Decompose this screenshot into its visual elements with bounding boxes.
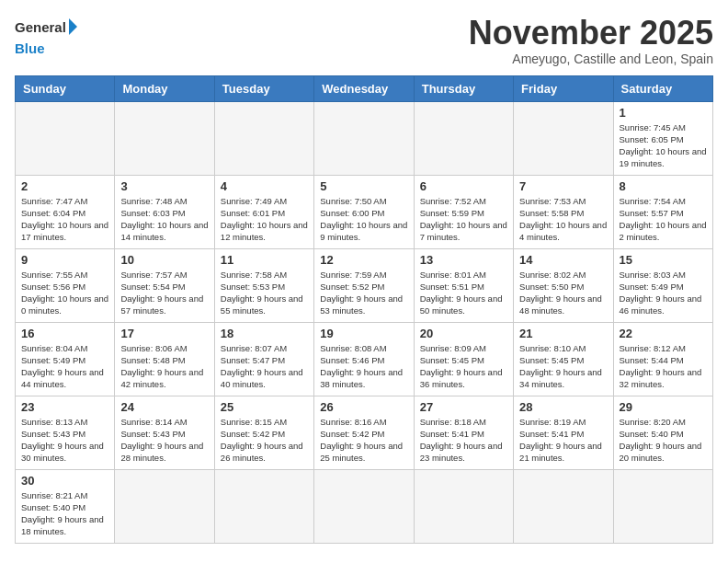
day-info: Sunrise: 8:03 AM Sunset: 5:49 PM Dayligh…	[620, 269, 707, 317]
calendar-cell: 18Sunrise: 8:07 AM Sunset: 5:47 PM Dayli…	[214, 322, 313, 396]
day-number: 6	[420, 179, 507, 193]
day-number: 24	[120, 400, 208, 414]
calendar-cell	[514, 101, 613, 175]
col-header-friday: Friday	[514, 75, 613, 101]
col-header-saturday: Saturday	[613, 75, 712, 101]
day-info: Sunrise: 8:10 AM Sunset: 5:45 PM Dayligh…	[519, 342, 607, 391]
calendar-cell	[214, 101, 313, 175]
day-number: 2	[21, 179, 108, 193]
day-info: Sunrise: 8:08 AM Sunset: 5:46 PM Dayligh…	[320, 342, 407, 391]
day-info: Sunrise: 7:48 AM Sunset: 6:03 PM Dayligh…	[120, 195, 208, 244]
day-info: Sunrise: 8:07 AM Sunset: 5:47 PM Dayligh…	[221, 342, 308, 391]
day-number: 23	[21, 400, 108, 414]
day-info: Sunrise: 8:12 AM Sunset: 5:44 PM Dayligh…	[620, 342, 707, 391]
day-number: 16	[21, 327, 108, 340]
day-info: Sunrise: 8:09 AM Sunset: 5:45 PM Dayligh…	[420, 342, 507, 391]
day-number: 14	[519, 253, 607, 267]
calendar-cell	[314, 101, 414, 175]
day-info: Sunrise: 8:14 AM Sunset: 5:43 PM Dayligh…	[120, 416, 208, 465]
logo: General Blue	[15, 18, 77, 56]
day-info: Sunrise: 8:18 AM Sunset: 5:41 PM Dayligh…	[420, 416, 507, 465]
week-row-1: 1Sunrise: 7:45 AM Sunset: 6:05 PM Daylig…	[16, 101, 713, 175]
day-info: Sunrise: 8:02 AM Sunset: 5:50 PM Dayligh…	[519, 269, 607, 317]
week-row-5: 23Sunrise: 8:13 AM Sunset: 5:43 PM Dayli…	[16, 396, 713, 469]
calendar-cell: 25Sunrise: 8:15 AM Sunset: 5:42 PM Dayli…	[214, 396, 313, 469]
logo-blue-text: Blue	[15, 40, 45, 56]
week-row-6: 30Sunrise: 8:21 AM Sunset: 5:40 PM Dayli…	[16, 469, 713, 543]
calendar-cell: 9Sunrise: 7:55 AM Sunset: 5:56 PM Daylig…	[16, 248, 115, 322]
day-number: 10	[120, 253, 208, 267]
day-number: 26	[320, 400, 407, 414]
day-number: 25	[221, 400, 308, 414]
calendar-cell: 29Sunrise: 8:20 AM Sunset: 5:40 PM Dayli…	[613, 396, 712, 469]
day-info: Sunrise: 7:53 AM Sunset: 5:58 PM Dayligh…	[519, 195, 607, 244]
month-title: November 2025	[469, 15, 713, 52]
day-number: 13	[420, 253, 507, 267]
day-info: Sunrise: 8:06 AM Sunset: 5:48 PM Dayligh…	[120, 342, 208, 391]
day-number: 21	[519, 327, 607, 340]
calendar-cell: 2Sunrise: 7:47 AM Sunset: 6:04 PM Daylig…	[16, 175, 115, 248]
calendar-cell: 15Sunrise: 8:03 AM Sunset: 5:49 PM Dayli…	[613, 248, 712, 322]
logo-brand: General	[15, 18, 77, 37]
day-info: Sunrise: 7:45 AM Sunset: 6:05 PM Dayligh…	[620, 121, 707, 170]
day-info: Sunrise: 8:15 AM Sunset: 5:42 PM Dayligh…	[221, 416, 308, 465]
calendar-cell: 13Sunrise: 8:01 AM Sunset: 5:51 PM Dayli…	[414, 248, 513, 322]
day-number: 9	[21, 253, 108, 267]
week-row-2: 2Sunrise: 7:47 AM Sunset: 6:04 PM Daylig…	[16, 175, 713, 248]
calendar-cell: 8Sunrise: 7:54 AM Sunset: 5:57 PM Daylig…	[613, 175, 712, 248]
day-number: 19	[320, 327, 407, 340]
calendar-cell	[214, 469, 313, 543]
day-number: 22	[620, 327, 707, 340]
day-number: 3	[120, 179, 208, 193]
day-info: Sunrise: 8:13 AM Sunset: 5:43 PM Dayligh…	[21, 416, 108, 465]
day-number: 8	[620, 179, 707, 193]
day-info: Sunrise: 7:52 AM Sunset: 5:59 PM Dayligh…	[420, 195, 507, 244]
day-number: 29	[620, 400, 707, 414]
col-header-wednesday: Wednesday	[314, 75, 414, 101]
col-header-monday: Monday	[115, 75, 214, 101]
calendar-cell: 16Sunrise: 8:04 AM Sunset: 5:49 PM Dayli…	[16, 322, 115, 396]
day-number: 28	[519, 400, 607, 414]
col-header-thursday: Thursday	[414, 75, 513, 101]
calendar-cell	[115, 469, 214, 543]
calendar-cell	[414, 469, 513, 543]
calendar-cell: 7Sunrise: 7:53 AM Sunset: 5:58 PM Daylig…	[514, 175, 613, 248]
calendar-cell: 19Sunrise: 8:08 AM Sunset: 5:46 PM Dayli…	[314, 322, 414, 396]
calendar-cell: 6Sunrise: 7:52 AM Sunset: 5:59 PM Daylig…	[414, 175, 513, 248]
calendar-cell	[414, 101, 513, 175]
calendar-cell: 22Sunrise: 8:12 AM Sunset: 5:44 PM Dayli…	[613, 322, 712, 396]
day-info: Sunrise: 8:04 AM Sunset: 5:49 PM Dayligh…	[21, 342, 108, 391]
calendar-cell: 1Sunrise: 7:45 AM Sunset: 6:05 PM Daylig…	[613, 101, 712, 175]
day-number: 27	[420, 400, 507, 414]
calendar-cell: 26Sunrise: 8:16 AM Sunset: 5:42 PM Dayli…	[314, 396, 414, 469]
title-area: November 2025 Ameyugo, Castille and Leon…	[469, 15, 713, 66]
day-info: Sunrise: 7:59 AM Sunset: 5:52 PM Dayligh…	[320, 269, 407, 317]
day-info: Sunrise: 8:16 AM Sunset: 5:42 PM Dayligh…	[320, 416, 407, 465]
calendar-cell	[115, 101, 214, 175]
day-info: Sunrise: 7:54 AM Sunset: 5:57 PM Dayligh…	[620, 195, 707, 244]
calendar-cell: 24Sunrise: 8:14 AM Sunset: 5:43 PM Dayli…	[115, 396, 214, 469]
day-number: 18	[221, 327, 308, 340]
calendar-cell: 3Sunrise: 7:48 AM Sunset: 6:03 PM Daylig…	[115, 175, 214, 248]
calendar-cell: 21Sunrise: 8:10 AM Sunset: 5:45 PM Dayli…	[514, 322, 613, 396]
calendar-cell	[514, 469, 613, 543]
week-row-4: 16Sunrise: 8:04 AM Sunset: 5:49 PM Dayli…	[16, 322, 713, 396]
calendar-cell: 4Sunrise: 7:49 AM Sunset: 6:01 PM Daylig…	[214, 175, 313, 248]
calendar-cell: 27Sunrise: 8:18 AM Sunset: 5:41 PM Dayli…	[414, 396, 513, 469]
calendar-cell: 30Sunrise: 8:21 AM Sunset: 5:40 PM Dayli…	[16, 469, 115, 543]
day-info: Sunrise: 7:47 AM Sunset: 6:04 PM Dayligh…	[21, 195, 108, 244]
calendar-cell	[314, 469, 414, 543]
col-header-tuesday: Tuesday	[214, 75, 313, 101]
day-info: Sunrise: 7:57 AM Sunset: 5:54 PM Dayligh…	[120, 269, 208, 317]
day-number: 20	[420, 327, 507, 340]
calendar-cell: 12Sunrise: 7:59 AM Sunset: 5:52 PM Dayli…	[314, 248, 414, 322]
calendar-table: SundayMondayTuesdayWednesdayThursdayFrid…	[15, 75, 713, 544]
calendar-cell: 20Sunrise: 8:09 AM Sunset: 5:45 PM Dayli…	[414, 322, 513, 396]
logo-general-text: General	[15, 20, 66, 36]
calendar-cell: 5Sunrise: 7:50 AM Sunset: 6:00 PM Daylig…	[314, 175, 414, 248]
day-info: Sunrise: 7:50 AM Sunset: 6:00 PM Dayligh…	[320, 195, 407, 244]
day-info: Sunrise: 8:21 AM Sunset: 5:40 PM Dayligh…	[21, 489, 108, 538]
calendar-cell: 23Sunrise: 8:13 AM Sunset: 5:43 PM Dayli…	[16, 396, 115, 469]
day-info: Sunrise: 7:55 AM Sunset: 5:56 PM Dayligh…	[21, 269, 108, 317]
calendar-cell: 28Sunrise: 8:19 AM Sunset: 5:41 PM Dayli…	[514, 396, 613, 469]
